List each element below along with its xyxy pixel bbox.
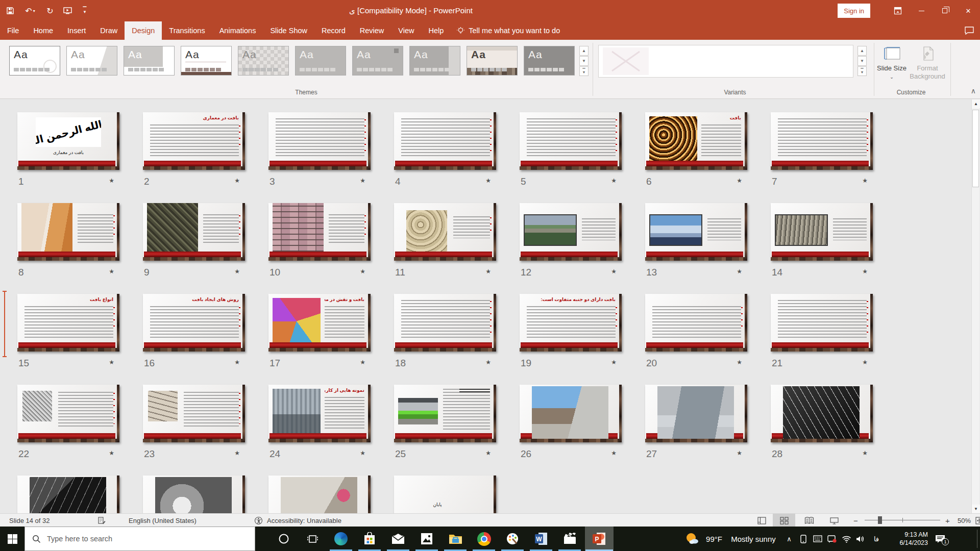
tab-home[interactable]: Home (26, 21, 60, 40)
meet-now-icon[interactable] (825, 527, 839, 551)
action-center-icon[interactable]: 1 (930, 527, 950, 551)
word-icon[interactable]: W (529, 527, 553, 551)
weather-icon[interactable] (682, 527, 702, 551)
cortana-icon[interactable] (272, 527, 296, 551)
taskbar-search-input[interactable]: Type here to search (24, 527, 255, 551)
variants-scroll-down-icon[interactable]: ▼ (857, 56, 867, 66)
slide-thumbnail-5[interactable] (520, 112, 622, 170)
language-status[interactable]: English (United States) (129, 514, 197, 527)
slide-size-button[interactable]: Slide Size ⌄ (876, 44, 908, 81)
spell-check-icon[interactable] (98, 514, 106, 527)
fit-to-window-button[interactable] (973, 514, 980, 527)
tab-help[interactable]: Help (421, 21, 451, 40)
theme-thumbnail-10[interactable]: Aa (524, 46, 575, 76)
wifi-icon[interactable] (839, 527, 853, 551)
slide-thumbnail-13[interactable] (645, 203, 747, 261)
accessibility-status[interactable]: Accessibility: Unavailable (267, 514, 341, 527)
slide-thumbnail-7[interactable] (771, 112, 873, 170)
slide-thumbnail-31[interactable] (268, 475, 371, 513)
edge-icon[interactable] (329, 527, 353, 551)
slide-thumbnail-21[interactable] (771, 294, 873, 352)
volume-icon[interactable] (853, 527, 868, 551)
powerpoint-icon[interactable]: P (585, 527, 614, 551)
vertical-scrollbar[interactable]: ▲ ▼ (971, 99, 979, 513)
slide-thumbnail-25[interactable] (394, 385, 496, 442)
slide-thumbnail-8[interactable] (17, 203, 119, 261)
slide-thumbnail-17[interactable]: بافت و نقش در معماری داخلی (268, 294, 371, 352)
slide-thumbnail-9[interactable] (143, 203, 245, 261)
close-button[interactable]: ✕ (957, 0, 980, 21)
scroll-up-icon[interactable]: ▲ (972, 99, 980, 108)
language-indicator[interactable]: فا (868, 527, 885, 551)
slide-thumbnail-24[interactable]: نمونه هایی از کاربرد بافت در نماها (268, 385, 371, 442)
slide-thumbnail-14[interactable] (771, 203, 873, 261)
zoom-in-button[interactable]: + (945, 514, 950, 527)
slide-thumbnail-32[interactable]: پایان (394, 475, 496, 513)
start-button[interactable] (0, 527, 24, 551)
variants-scroll-up-icon[interactable]: ▲ (857, 46, 867, 56)
slide-thumbnail-27[interactable] (645, 385, 747, 442)
minimize-button[interactable] (910, 0, 933, 21)
task-view-icon[interactable] (300, 527, 325, 551)
theme-thumbnail-3[interactable]: Aa (124, 46, 175, 76)
sign-in-button[interactable]: Sign in (838, 4, 870, 18)
slide-thumbnail-15[interactable]: انواع بافت (17, 294, 119, 352)
show-desktop-button[interactable] (977, 530, 977, 548)
chrome-icon[interactable] (472, 527, 496, 551)
slide-thumbnail-16[interactable]: روش های ایجاد بافت (143, 294, 245, 352)
weather-temp[interactable]: 99°F (702, 527, 726, 551)
theme-thumbnail-9[interactable]: Aa (467, 46, 518, 76)
tab-review[interactable]: Review (353, 21, 391, 40)
normal-view-button[interactable] (750, 514, 773, 527)
paint-icon[interactable] (500, 527, 525, 551)
weather-description[interactable]: Mostly sunny (727, 527, 780, 551)
slide-thumbnail-22[interactable] (17, 385, 119, 442)
themes-scroll-down-icon[interactable]: ▼ (579, 56, 589, 66)
zoom-percent[interactable]: 50% (958, 514, 971, 527)
variants-more-icon[interactable]: ▔▼ (857, 66, 867, 76)
tell-me-box[interactable]: Tell me what you want to do (451, 21, 566, 40)
slide-thumbnail-10[interactable] (268, 203, 371, 261)
slide-sorter-view-button[interactable] (773, 514, 795, 527)
tab-insert[interactable]: Insert (60, 21, 93, 40)
slide-thumbnail-23[interactable] (143, 385, 245, 442)
reading-view-button[interactable] (798, 514, 820, 527)
video-editor-icon[interactable] (557, 527, 582, 551)
slide-thumbnail-29[interactable] (17, 475, 119, 513)
tab-slide-show[interactable]: Slide Show (263, 21, 314, 40)
slide-thumbnail-19[interactable]: بافت دارای دو جنبه متفاوت است: (520, 294, 622, 352)
photos-icon[interactable] (414, 527, 439, 551)
theme-thumbnail-2[interactable]: Aa (66, 46, 117, 76)
slide-thumbnail-20[interactable] (645, 294, 747, 352)
themes-scroll-up-icon[interactable]: ▲ (579, 46, 589, 56)
tab-transitions[interactable]: Transitions (162, 21, 212, 40)
scrollbar-thumb[interactable] (972, 110, 979, 187)
mail-icon[interactable] (386, 527, 410, 551)
restore-button[interactable] (933, 0, 957, 21)
slide-thumbnail-18[interactable] (394, 294, 496, 352)
slide-thumbnail-26[interactable] (520, 385, 622, 442)
zoom-out-button[interactable]: − (853, 514, 858, 527)
themes-more-icon[interactable]: ▔▼ (579, 66, 589, 76)
slide-thumbnail-12[interactable] (520, 203, 622, 261)
theme-thumbnail-4[interactable]: Aa (181, 46, 232, 76)
touch-keyboard-icon[interactable] (811, 527, 825, 551)
tab-draw[interactable]: Draw (93, 21, 125, 40)
collapse-ribbon-icon[interactable]: ∧ (971, 87, 976, 95)
ribbon-display-options-button[interactable] (886, 0, 910, 21)
file-explorer-icon[interactable] (443, 527, 468, 551)
theme-thumbnail-7[interactable]: Aa (352, 46, 403, 76)
tab-view[interactable]: View (391, 21, 421, 40)
tab-record[interactable]: Record (314, 21, 353, 40)
tab-animations[interactable]: Animations (212, 21, 263, 40)
slide-thumbnail-2[interactable]: بافت در معماری (143, 112, 245, 170)
theme-thumbnail-8[interactable]: Aa (409, 46, 460, 76)
taskbar-clock[interactable]: 9:13 AM 6/14/2023 (887, 527, 928, 551)
slide-thumbnail-28[interactable] (771, 385, 873, 442)
slide-thumbnail-30[interactable] (143, 475, 245, 513)
tab-file[interactable]: File (0, 21, 26, 40)
scroll-down-icon[interactable]: ▼ (972, 505, 980, 513)
theme-thumbnail-1[interactable]: Aa (9, 46, 60, 76)
variant-thumbnail[interactable] (603, 47, 649, 75)
theme-thumbnail-5[interactable]: Aa (238, 46, 289, 76)
